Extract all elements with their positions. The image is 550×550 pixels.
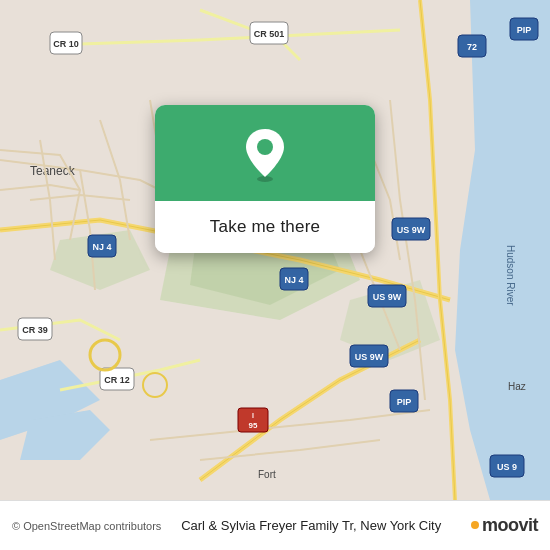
take-me-there-button[interactable]: Take me there xyxy=(155,201,375,253)
svg-text:CR 501: CR 501 xyxy=(254,29,285,39)
svg-text:Fort: Fort xyxy=(258,469,276,480)
bottom-bar: © OpenStreetMap contributors Carl & Sylv… xyxy=(0,500,550,550)
svg-text:US 9W: US 9W xyxy=(397,225,426,235)
popup-card: Take me there xyxy=(155,105,375,253)
popup-top xyxy=(155,105,375,201)
moovit-logo-text: moovit xyxy=(482,515,538,536)
svg-text:72: 72 xyxy=(467,42,477,52)
svg-point-37 xyxy=(257,139,273,155)
svg-text:US 9: US 9 xyxy=(497,462,517,472)
svg-text:CR 10: CR 10 xyxy=(53,39,79,49)
location-title: Carl & Sylvia Freyer Family Tr, New York… xyxy=(181,518,441,533)
svg-text:95: 95 xyxy=(249,421,258,430)
svg-text:US 9W: US 9W xyxy=(373,292,402,302)
svg-text:Hudson River: Hudson River xyxy=(505,245,516,306)
svg-text:CR 39: CR 39 xyxy=(22,325,48,335)
svg-text:I: I xyxy=(252,412,254,419)
moovit-logo-dot xyxy=(471,521,479,529)
svg-text:NJ 4: NJ 4 xyxy=(92,242,111,252)
svg-text:PIP: PIP xyxy=(397,397,412,407)
map-container[interactable]: CR 10 CR 501 NJ 4 NJ 4 US 9W US 9W US 9W… xyxy=(0,0,550,500)
svg-text:CR 12: CR 12 xyxy=(104,375,130,385)
svg-text:US 9W: US 9W xyxy=(355,352,384,362)
osm-copyright: © OpenStreetMap contributors xyxy=(12,520,161,532)
svg-text:Haz: Haz xyxy=(508,381,526,392)
moovit-logo: moovit xyxy=(471,515,538,536)
svg-text:NJ 4: NJ 4 xyxy=(284,275,303,285)
svg-text:PIP: PIP xyxy=(517,25,532,35)
location-pin-icon xyxy=(242,127,288,183)
